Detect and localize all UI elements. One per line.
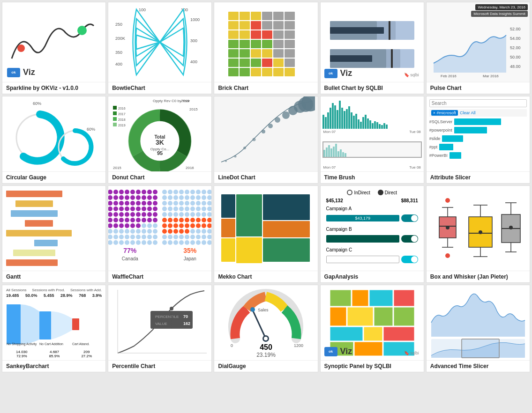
svg-point-96 — [253, 138, 256, 141]
card-attrslicer[interactable]: × #microsoft Clear All #SQLServer #power… — [426, 96, 530, 184]
attr-bar-3 — [442, 135, 463, 142]
card-circular[interactable]: 60% 60% Circular Gauge — [2, 96, 106, 184]
svg-rect-22 — [285, 21, 295, 30]
gap-toggle-c[interactable] — [401, 256, 418, 263]
card-sankey[interactable]: All Sessions Sessions with Prod. Session… — [2, 285, 106, 372]
sankey-bottom: 14.030 72.9% 4.687 85.9% 209 27.2% — [4, 350, 104, 358]
tb-bar — [381, 125, 383, 129]
svg-text:Feb 2016: Feb 2016 — [441, 74, 457, 78]
tb-bar — [348, 106, 350, 129]
waffle-dot — [162, 201, 167, 206]
dial-inner: 0 1200 Sales 450 23.19% — [214, 285, 317, 360]
card-label-gantt: Gantt — [2, 271, 105, 282]
sankey-nocart-pct: 85.9% — [49, 354, 60, 358]
attr-clear-all[interactable]: Clear All — [460, 111, 476, 115]
waffle-dot — [207, 201, 211, 206]
timebrush-brush[interactable] — [322, 141, 422, 158]
svg-text:100: 100 — [139, 7, 146, 12]
tb-bar — [346, 109, 348, 129]
svg-text:2016: 2016 — [118, 107, 126, 110]
gap-direct-label: Direct — [385, 190, 397, 195]
card-dialgauge[interactable]: 0 1200 Sales 450 23.19% DialGauge — [214, 285, 318, 372]
attr-row-3: #slide — [429, 135, 527, 142]
svg-text:2019: 2019 — [181, 99, 189, 103]
card-boxwhisker[interactable]: Box and Whisker (Jan Pieter) — [426, 185, 530, 283]
waffle-dot — [162, 195, 167, 200]
attr-label-5: #PowerBI — [429, 153, 448, 158]
svg-rect-80 — [113, 123, 117, 126]
tb-bar — [379, 124, 381, 129]
waffle-dot — [168, 190, 172, 194]
waffle-dot — [147, 218, 152, 222]
card-brick[interactable]: Brick Chart — [214, 2, 318, 94]
svg-rect-16 — [285, 12, 295, 20]
card-advtimeslicer[interactable]: Advanced Time Slicer — [426, 285, 530, 372]
gantt-row-3 — [6, 209, 102, 218]
waffle-dot — [125, 218, 129, 222]
svg-rect-110 — [263, 194, 310, 220]
gantt-bar-7 — [13, 250, 55, 256]
gap-toggle-a[interactable] — [401, 214, 418, 222]
tb-bar — [355, 114, 357, 129]
okv-badge-bullet: ok — [324, 69, 337, 78]
waffle-dot — [190, 223, 195, 228]
card-pulse[interactable]: Wednesday, March 23, 2016 Microsoft Data… — [426, 2, 530, 94]
card-gapanalysis[interactable]: InDirect Direct $45,132 $88,311 Campaign… — [320, 185, 424, 283]
svg-rect-49 — [251, 68, 261, 76]
svg-rect-48 — [240, 68, 250, 76]
card-gantt[interactable]: Gantt — [2, 185, 106, 283]
card-sparkline[interactable]: ok Viz Sparkline by OKViz - v1.0.0 — [2, 2, 106, 94]
waffle-dot — [108, 235, 112, 239]
card-timebrush[interactable]: Mon 07 Tue 08 — [320, 96, 424, 184]
waffle-dot — [136, 206, 141, 211]
svg-point-0 — [17, 44, 25, 52]
attr-search-input[interactable] — [429, 99, 527, 107]
waffle-dot — [202, 240, 206, 245]
card-bullet[interactable]: ok Viz 🔖 sqlbi Bullet Chart by SQLBI — [320, 2, 424, 94]
waffle-dot — [130, 212, 135, 217]
svg-text:400: 400 — [115, 62, 122, 66]
card-label-brick: Brick Chart — [214, 82, 317, 94]
waffle-dot — [173, 190, 178, 194]
waffle-dot — [113, 235, 118, 239]
waffle-region-left: Canada — [122, 256, 138, 261]
card-mekko[interactable]: Mekko Chart — [214, 185, 318, 283]
gap-toggle-b[interactable] — [401, 235, 418, 243]
attr-label-3: #slide — [429, 136, 441, 141]
card-linedot[interactable]: LineDot Chart — [214, 96, 318, 184]
waffle-dot — [113, 212, 118, 217]
card-label-bullet: Bullet Chart by SQLBI — [321, 82, 424, 94]
card-bowtie[interactable]: 100 100 250 200K 350 400 1000 300 400 B — [108, 2, 212, 94]
waffle-dot — [113, 240, 118, 245]
waffle-dot — [153, 218, 157, 222]
tb-mini-bar — [326, 148, 328, 157]
svg-rect-76 — [113, 111, 117, 115]
card-waffle[interactable]: 77% Canada — [108, 185, 212, 283]
sankey-col2: Sessions with Prod. — [32, 288, 65, 292]
svg-rect-165 — [394, 307, 414, 326]
waffle-dot — [162, 235, 167, 239]
waffle-dot — [190, 235, 195, 239]
waffle-dot — [202, 229, 206, 234]
svg-text:54.00: 54.00 — [510, 36, 521, 41]
waffle-pct-right: 35% — [183, 247, 196, 254]
card-donut[interactable]: 2016 2017 2018 2019 Oppty Rev C0 by Year… — [108, 96, 212, 184]
svg-rect-56 — [330, 27, 384, 34]
gap-campaign-c-label: Campaign C — [326, 247, 418, 252]
svg-rect-138 — [72, 318, 79, 330]
waffle-dot — [119, 206, 124, 211]
waffle-dot — [142, 190, 146, 194]
tb-bar — [372, 123, 374, 129]
svg-rect-160 — [369, 290, 393, 306]
svg-rect-173 — [462, 339, 499, 358]
waffle-dot — [207, 218, 211, 222]
gantt-bar-4 — [25, 220, 53, 227]
card-label-synoptic: Synoptic Panel by SQLBI — [321, 360, 424, 372]
gantt-bar-1 — [6, 191, 62, 197]
waffle-dot — [153, 223, 157, 228]
svg-text:250: 250 — [115, 22, 122, 27]
gantt-row-7 — [6, 249, 102, 257]
gap-campaign-c-row — [326, 256, 418, 263]
card-synoptic[interactable]: ok Viz 🔖 sqlbi Synoptic Panel by SQLBI — [320, 285, 424, 372]
card-percentile[interactable]: PERCENTILE 70 VALUE 162 Percentile Chart — [108, 285, 212, 372]
